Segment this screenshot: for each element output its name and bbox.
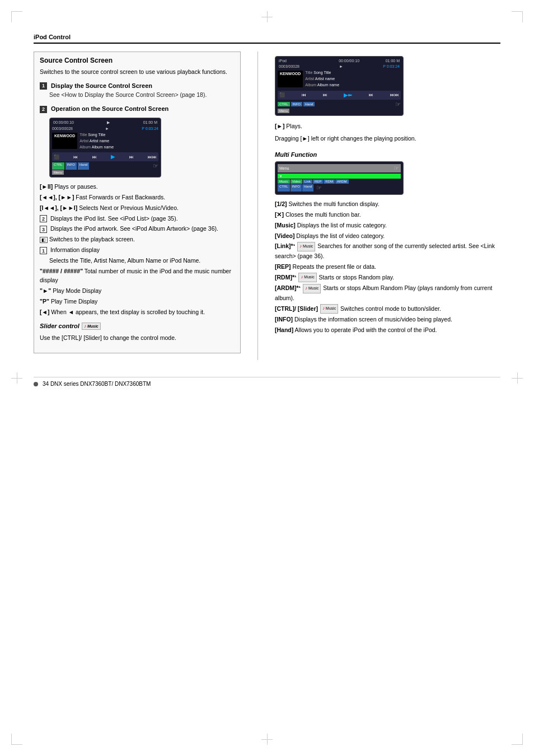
mf-item-close: [✕] Closes the multi function bar. — [275, 210, 500, 220]
item-2: 2 Operation on the Source Control Screen… — [40, 105, 235, 343]
control-item-total: "##### / #####" Total number of music in… — [40, 267, 235, 286]
page-footer: 34 DNX series DNX7360BT/ DNX7360BTM — [34, 377, 500, 387]
page-header: iPod Control — [34, 34, 500, 44]
mf-tab-row-1: Music Video Link REP RDM ARDM — [278, 179, 401, 184]
item1-sub: See <How to Display the Source Control S… — [49, 91, 235, 100]
right-column: iPod 00:00/00:10 01:00 M 0003/00028 ► P … — [275, 52, 500, 360]
source-control-section: Source Control Screen Switches to the so… — [34, 52, 241, 353]
music-icon-ctrl: ♪ Music — [320, 304, 338, 314]
multi-func-screen: Menu ☞ ▼ Music Video Link REP RDM ARDM C… — [275, 161, 404, 195]
mf-item-info: [INFO] Displays the information screen o… — [275, 315, 500, 324]
control-item-1: 1 Information display — [40, 245, 235, 255]
item-1: 1 Display the Source Control Screen See … — [40, 82, 235, 100]
control-item-3: 3 Displays the iPod artwork. See <iPod A… — [40, 224, 235, 234]
control-item-1-sub: Selects the Title, Artist Name, Album Na… — [49, 256, 235, 265]
play-drag-desc: Dragging [►] left or right changes the p… — [275, 134, 500, 143]
controls-list: [►II] Plays or pauses. [◄◄], [►►] Fast F… — [40, 182, 235, 316]
main-content: Source Control Screen Switches to the so… — [34, 52, 500, 360]
screen-top-bar-right: iPod 00:00/00:10 01:00 M — [278, 59, 401, 63]
control-item-playback: ◧ Switches to the playback screen. — [40, 235, 235, 244]
source-control-intro: Switches to the source control screen to… — [40, 68, 235, 77]
slider-text: Use the [CTRL]/ [Slider] to change the c… — [40, 333, 235, 343]
music-icon-rdm: ♪ Music — [298, 273, 316, 282]
mf-tab-row-2: CTRL INFO Hand ☞ — [278, 184, 401, 192]
control-item-play-pause: [►II] Plays or pauses. — [40, 182, 235, 192]
footer-bullet — [34, 382, 38, 386]
play-desc: [►] Plays. — [275, 122, 500, 131]
control-item-ff-fb: [◄◄], [►►] Fast Forwards or Fast Backwar… — [40, 193, 235, 202]
screen-controls-right: ⬛ ⏮ ⏭ ▶⬅ ⏭ ⏭⏭ — [278, 91, 401, 100]
mf-item-ctrl-slider: [CTRL]/ [Slider] ♪ Music Switches contro… — [275, 304, 500, 314]
mf-item-link: [Link]*¹ ♪ Music Searches for another so… — [275, 241, 500, 260]
music-icon-link: ♪ Music — [297, 242, 315, 251]
badge-2: 2 — [40, 106, 47, 113]
mf-item-rep: [REP] Repeats the present file or data. — [275, 262, 500, 272]
multi-function-section: Multi Function Menu ☞ ▼ Music Video Link… — [275, 151, 500, 335]
badge-1: 1 — [40, 82, 47, 90]
multi-function-title: Multi Function — [275, 151, 500, 158]
mf-item-ardm: [ARDM]*¹ ♪ Music Starts or stops Album R… — [275, 283, 500, 302]
kenwood-logo-right: KENWOOD — [278, 71, 303, 87]
control-item-scroll: [◄] When ◄ appears, the text display is … — [40, 307, 235, 317]
mf-item-rdm: [RDM]*¹ ♪ Music Starts or stops Random p… — [275, 273, 500, 283]
mf-item-music: [Music] Displays the list of music categ… — [275, 221, 500, 230]
page-header-text: iPod Control — [34, 34, 71, 40]
music-badge: ♪ Music — [82, 323, 101, 330]
kenwood-logo: KENWOOD — [52, 133, 77, 150]
source-control-title: Source Control Screen — [40, 57, 235, 64]
footer-text: 34 DNX series DNX7360BT/ DNX7360BTM — [43, 381, 151, 387]
control-item-play-mode: "►" Play Mode Display — [40, 286, 235, 296]
control-item-2: 2 Displays the iPod list. See <iPod List… — [40, 214, 235, 223]
item2-heading: 2 Operation on the Source Control Screen — [40, 105, 235, 113]
screen-controls: ⬛ ⏮ ⏭ ▶ ⏭ ⏭⏭ — [52, 152, 158, 161]
device-screen-right: iPod 00:00/00:10 01:00 M 0003/00028 ► P … — [275, 56, 404, 116]
slider-title: Slider control ♪ Music — [40, 323, 235, 330]
item1-heading: 1 Display the Source Control Screen — [40, 82, 235, 90]
mf-items-list: [1/2] Switches the multi function displa… — [275, 199, 500, 335]
mf-item-hand: [Hand] Allows you to operate iPod with t… — [275, 325, 500, 335]
mf-item-video: [Video] Displays the list of video categ… — [275, 231, 500, 241]
screen-top-bar: 00:00/00:10 ▶ 01:00 M — [52, 120, 158, 125]
control-item-play-time: "P" Play Time Display — [40, 297, 235, 306]
music-icon-ardm: ♪ Music — [303, 284, 321, 293]
left-column: Source Control Screen Switches to the so… — [34, 52, 241, 360]
device-screen-left: 00:00/00:10 ▶ 01:00 M 0003/00028 ► P 0:0… — [49, 118, 161, 178]
mf-item-1-2: [1/2] Switches the multi function displa… — [275, 199, 500, 209]
mf-menu-row: Menu ☞ — [278, 164, 401, 172]
column-divider — [257, 52, 258, 360]
slider-control-section: Slider control ♪ Music Use the [CTRL]/ [… — [40, 323, 235, 343]
control-item-next-prev: [I◄◄], [►►I] Selects Next or Previous Mu… — [40, 203, 235, 213]
